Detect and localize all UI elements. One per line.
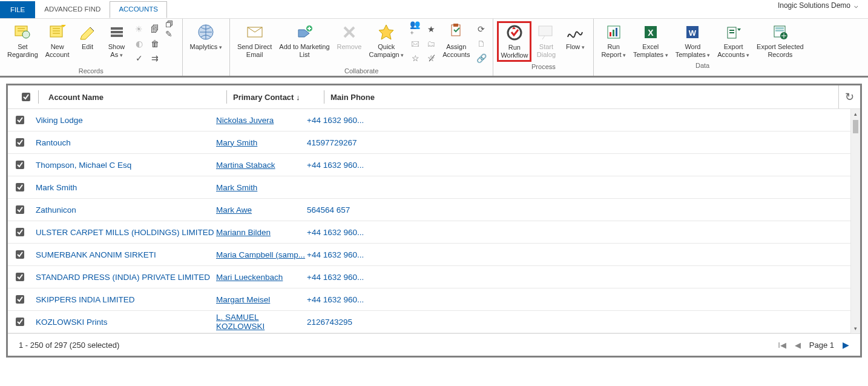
cell-account-name[interactable]: SUMERBANK ANONIM SIRKETI	[32, 250, 216, 259]
table-row[interactable]: RantouchMary Smith41597729267	[8, 131, 860, 154]
merge-icon[interactable]: ⇉	[150, 53, 160, 64]
show-as-button[interactable]: Show As	[102, 21, 131, 61]
cell-main-phone[interactable]: +44 1632 960...	[307, 161, 488, 170]
cell-account-name[interactable]: Thompson, Michael C Esq	[32, 161, 216, 170]
remove-button[interactable]: Remove	[334, 21, 366, 53]
cell-account-name[interactable]: Zathunicon	[32, 205, 216, 215]
svg-rect-10	[453, 24, 458, 27]
cell-main-phone[interactable]: +44 1632 960...	[307, 116, 488, 125]
column-main-phone[interactable]: Main Phone	[330, 93, 512, 102]
column-primary-contact[interactable]: Primary Contact ↓	[233, 93, 324, 102]
document-icon[interactable]: 🗐	[150, 24, 160, 35]
select-all-checkbox[interactable]	[22, 93, 30, 101]
row-checkbox[interactable]	[16, 138, 24, 147]
cell-main-phone[interactable]: +44 1632 960...	[307, 273, 488, 282]
unfollow-icon[interactable]: ☆̸	[426, 53, 436, 64]
star-solid-icon[interactable]: ★	[426, 24, 436, 35]
link-icon[interactable]: 🔗	[476, 53, 487, 64]
send-direct-email-button[interactable]: Send Direct Email	[234, 21, 275, 61]
follow-icon[interactable]: ☆	[410, 53, 421, 64]
cell-primary-contact[interactable]: Maria Campbell (samp...	[216, 250, 307, 259]
quick-campaign-button[interactable]: Quick Campaign	[365, 21, 407, 61]
tab-advanced-find[interactable]: ADVANCED FIND	[35, 1, 110, 18]
table-row[interactable]: ZathuniconMark Awe564564 657	[8, 199, 860, 221]
copy-link-icon[interactable]: 🗋	[476, 38, 487, 49]
cell-main-phone[interactable]: 41597729267	[307, 138, 488, 147]
share-icon[interactable]: 👥⁺	[410, 24, 421, 35]
activate-icon[interactable]: ☀	[134, 24, 145, 35]
new-account-button[interactable]: New Account	[42, 21, 73, 61]
row-checkbox[interactable]	[16, 183, 24, 191]
excel-templates-button[interactable]: X Excel Templates	[630, 21, 672, 61]
refresh-button[interactable]: ↻	[838, 85, 860, 108]
cell-account-name[interactable]: STANDARD PRESS (INDIA) PRIVATE LIMITED	[32, 273, 216, 282]
cell-primary-contact[interactable]: Mariann Bilden	[216, 228, 307, 237]
cell-primary-contact[interactable]: Mari Lueckenbach	[216, 273, 307, 282]
collapse-ribbon-icon[interactable]: ⌵	[854, 2, 858, 10]
cell-main-phone[interactable]: 2126743295	[307, 318, 488, 327]
cell-account-name[interactable]: Viking Lodge	[32, 116, 216, 125]
start-dialog-button[interactable]: Start Dialog	[531, 21, 561, 61]
scrollbar-vertical[interactable]: ▴ ▾	[850, 109, 860, 333]
table-row[interactable]: STANDARD PRESS (INDIA) PRIVATE LIMITEDMa…	[8, 266, 860, 288]
deactivate-icon[interactable]: ◐	[134, 38, 145, 49]
cell-account-name[interactable]: Rantouch	[32, 138, 216, 147]
set-regarding-button[interactable]: Set Regarding	[4, 21, 42, 61]
connect-icon[interactable]: 🖂	[410, 38, 421, 49]
next-page-button[interactable]: ▶	[843, 340, 849, 350]
scroll-up-icon[interactable]: ▴	[850, 109, 860, 119]
cell-primary-contact[interactable]: Martina Staback	[216, 161, 307, 170]
delete-icon[interactable]: 🗑	[150, 38, 160, 49]
word-templates-button[interactable]: W Word Templates	[672, 21, 714, 61]
edit-button[interactable]: Edit	[73, 21, 102, 53]
prev-page-button[interactable]: ◀	[795, 341, 801, 350]
cell-primary-contact[interactable]: Margart Meisel	[216, 295, 307, 304]
cell-main-phone[interactable]: +44 1632 960...	[307, 228, 488, 237]
row-checkbox[interactable]	[16, 116, 24, 124]
cell-account-name[interactable]: Mark Smith	[32, 183, 216, 192]
scroll-down-icon[interactable]: ▾	[850, 324, 860, 333]
table-row[interactable]: SUMERBANK ANONIM SIRKETIMaria Campbell (…	[8, 244, 860, 266]
column-account-name[interactable]: Account Name	[45, 93, 226, 102]
row-checkbox[interactable]	[16, 161, 24, 169]
cell-account-name[interactable]: SKIPPERS INDIA LIMITED	[32, 295, 216, 304]
run-report-button[interactable]: Run Report	[597, 21, 630, 61]
row-checkbox[interactable]	[16, 273, 24, 281]
maplytics-button[interactable]: Maplytics	[186, 21, 226, 53]
cell-main-phone[interactable]: +44 1632 960...	[307, 250, 488, 259]
row-checkbox[interactable]	[16, 205, 24, 214]
cell-account-name[interactable]: KOZLOWSKI Prints	[32, 318, 216, 327]
tab-accounts[interactable]: ACCOUNTS	[110, 1, 167, 18]
row-checkbox[interactable]	[16, 295, 24, 304]
first-page-button[interactable]: I◀	[778, 341, 786, 350]
flow-button[interactable]: Flow	[561, 21, 590, 53]
cell-account-name[interactable]: ULSTER CARPET MILLS (HOLDINGS) LIMITED	[32, 228, 216, 237]
table-row[interactable]: Thompson, Michael C EsqMartina Staback+4…	[8, 154, 860, 176]
cell-main-phone[interactable]: +44 1632 960...	[307, 295, 488, 304]
cell-primary-contact[interactable]: Nickolas Juvera	[216, 116, 307, 125]
table-row[interactable]: Mark SmithMark Smith	[8, 176, 860, 199]
row-checkbox[interactable]	[16, 318, 24, 326]
add-to-marketing-list-button[interactable]: Add to Marketing List	[275, 21, 333, 61]
assign-accounts-button[interactable]: Assign Accounts	[439, 21, 473, 61]
table-row[interactable]: Viking LodgeNickolas Juvera+44 1632 960.…	[8, 109, 860, 131]
sync-icon[interactable]: ⟳	[476, 24, 487, 35]
cell-primary-contact[interactable]: L. SAMUEL KOZLOWSKI	[216, 313, 307, 331]
tab-file[interactable]: FILE	[0, 1, 35, 18]
queue-icon[interactable]: 🗂	[426, 38, 436, 49]
row-checkbox[interactable]	[16, 228, 24, 236]
check-icon[interactable]: ✓	[134, 53, 145, 64]
run-workflow-button[interactable]: Run Workflow	[497, 21, 531, 62]
row-checkbox[interactable]	[16, 250, 24, 259]
table-row[interactable]: ULSTER CARPET MILLS (HOLDINGS) LIMITEDMa…	[8, 221, 860, 244]
cell-primary-contact[interactable]: Mark Awe	[216, 205, 307, 215]
cell-primary-contact[interactable]: Mark Smith	[216, 183, 307, 192]
cell-main-phone[interactable]: 564564 657	[307, 205, 488, 215]
export-selected-button[interactable]: Export Selected Records	[753, 21, 807, 61]
cell-primary-contact[interactable]: Mary Smith	[216, 138, 307, 147]
detect-duplicates-icon[interactable]: 🗇✎	[165, 24, 176, 35]
export-accounts-button[interactable]: Export Accounts	[714, 21, 753, 61]
scroll-thumb[interactable]	[853, 120, 858, 133]
table-row[interactable]: KOZLOWSKI PrintsL. SAMUEL KOZLOWSKI21267…	[8, 311, 860, 333]
table-row[interactable]: SKIPPERS INDIA LIMITEDMargart Meisel+44 …	[8, 288, 860, 311]
